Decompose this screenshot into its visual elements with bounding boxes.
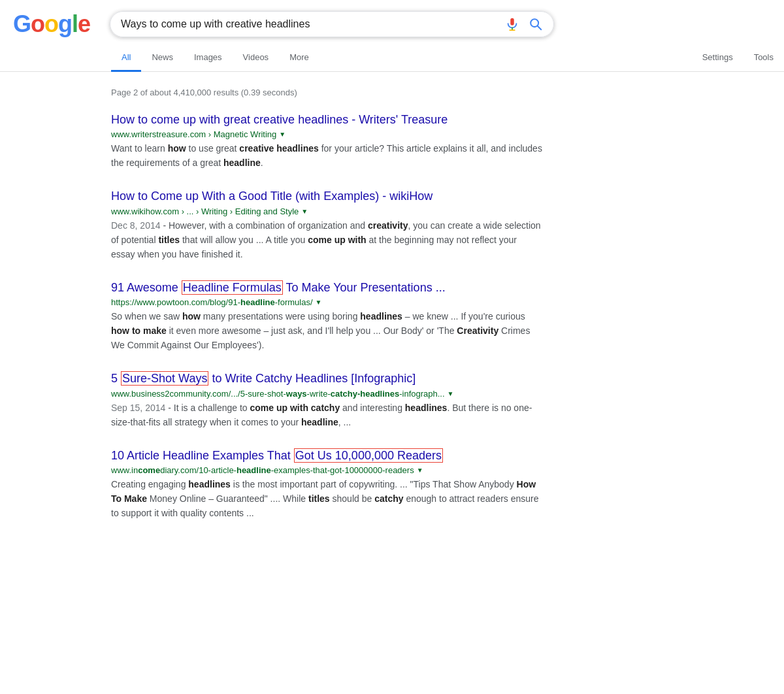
url-text: www.writerstreasure.com › Magnetic Writi… bbox=[111, 129, 276, 139]
logo-o2: o bbox=[44, 10, 58, 38]
nav-tabs: All News Images Videos More Settings Too… bbox=[0, 44, 784, 72]
logo-l: l bbox=[72, 10, 78, 38]
search-result: 10 Article Headline Examples That Got Us… bbox=[111, 448, 542, 521]
results-area: Page 2 of about 4,410,000 results (0.39 … bbox=[0, 72, 784, 558]
dropdown-arrow-icon: ▼ bbox=[316, 299, 322, 306]
search-result: 5 Sure-Shot Ways to Write Catchy Headlin… bbox=[111, 371, 542, 429]
tab-tools[interactable]: Tools bbox=[743, 44, 784, 72]
result-title[interactable]: How to come up with great creative headl… bbox=[111, 112, 542, 128]
result-snippet: Dec 8, 2014 - However, with a combinatio… bbox=[111, 218, 542, 261]
logo-g2: g bbox=[58, 10, 72, 38]
search-icon[interactable] bbox=[529, 17, 543, 31]
logo-e: e bbox=[78, 10, 90, 38]
url-text: www.wikihow.com › ... › Writing › Editin… bbox=[111, 207, 299, 216]
dropdown-arrow-icon: ▼ bbox=[301, 208, 308, 215]
dropdown-arrow-icon: ▼ bbox=[279, 131, 286, 138]
result-title[interactable]: 5 Sure-Shot Ways to Write Catchy Headlin… bbox=[111, 371, 542, 387]
tab-images[interactable]: Images bbox=[184, 44, 233, 72]
search-input[interactable] bbox=[121, 18, 505, 30]
tab-settings[interactable]: Settings bbox=[692, 44, 743, 72]
result-snippet: Want to learn how to use great creative … bbox=[111, 141, 542, 170]
result-date: Dec 8, 2014 bbox=[111, 220, 161, 231]
header: Google bbox=[0, 0, 784, 38]
logo-g: G bbox=[13, 10, 31, 38]
search-result: How to come up with great creative headl… bbox=[111, 112, 542, 170]
search-result: 91 Awesome Headline Formulas To Make You… bbox=[111, 280, 542, 353]
result-url: www.writerstreasure.com › Magnetic Writi… bbox=[111, 129, 542, 139]
dropdown-arrow-icon: ▼ bbox=[448, 390, 454, 397]
tab-all[interactable]: All bbox=[111, 44, 141, 72]
highlight-box: Sure-Shot Ways bbox=[121, 371, 208, 386]
search-icons bbox=[505, 17, 543, 31]
result-snippet: So when we saw how many presentations we… bbox=[111, 309, 542, 352]
search-bar bbox=[110, 11, 554, 37]
result-title[interactable]: 10 Article Headline Examples That Got Us… bbox=[111, 448, 542, 464]
highlight-box: Headline Formulas bbox=[182, 280, 283, 295]
tab-news[interactable]: News bbox=[141, 44, 184, 72]
svg-rect-0 bbox=[510, 18, 514, 25]
results-count: Page 2 of about 4,410,000 results (0.39 … bbox=[111, 88, 673, 97]
result-date: Sep 15, 2014 bbox=[111, 403, 165, 413]
google-logo[interactable]: Google bbox=[13, 10, 90, 38]
result-title[interactable]: How to Come up With a Good Title (with E… bbox=[111, 188, 542, 205]
microphone-icon[interactable] bbox=[505, 17, 519, 31]
result-url: www.wikihow.com › ... › Writing › Editin… bbox=[111, 207, 542, 216]
url-text: https://www.powtoon.com/blog/91-headline… bbox=[111, 297, 313, 307]
result-snippet: Sep 15, 2014 - It is a challenge to come… bbox=[111, 401, 542, 429]
tab-more[interactable]: More bbox=[279, 44, 319, 72]
nav-right: Settings Tools bbox=[692, 44, 784, 71]
result-url: www.incomediary.com/10-article-headline-… bbox=[111, 465, 542, 475]
tab-videos[interactable]: Videos bbox=[233, 44, 280, 72]
url-text: www.business2community.com/.../5-sure-sh… bbox=[111, 389, 445, 399]
result-url: https://www.powtoon.com/blog/91-headline… bbox=[111, 297, 542, 307]
svg-line-4 bbox=[538, 26, 542, 30]
url-text: www.incomediary.com/10-article-headline-… bbox=[111, 465, 414, 475]
dropdown-arrow-icon: ▼ bbox=[417, 467, 423, 474]
result-url: www.business2community.com/.../5-sure-sh… bbox=[111, 389, 542, 399]
search-result: How to Come up With a Good Title (with E… bbox=[111, 188, 542, 261]
result-title[interactable]: 91 Awesome Headline Formulas To Make You… bbox=[111, 280, 542, 296]
highlight-box: Got Us 10,000,000 Readers bbox=[294, 448, 443, 463]
result-snippet: Creating engaging headlines is the most … bbox=[111, 477, 542, 520]
logo-o1: o bbox=[31, 10, 44, 38]
